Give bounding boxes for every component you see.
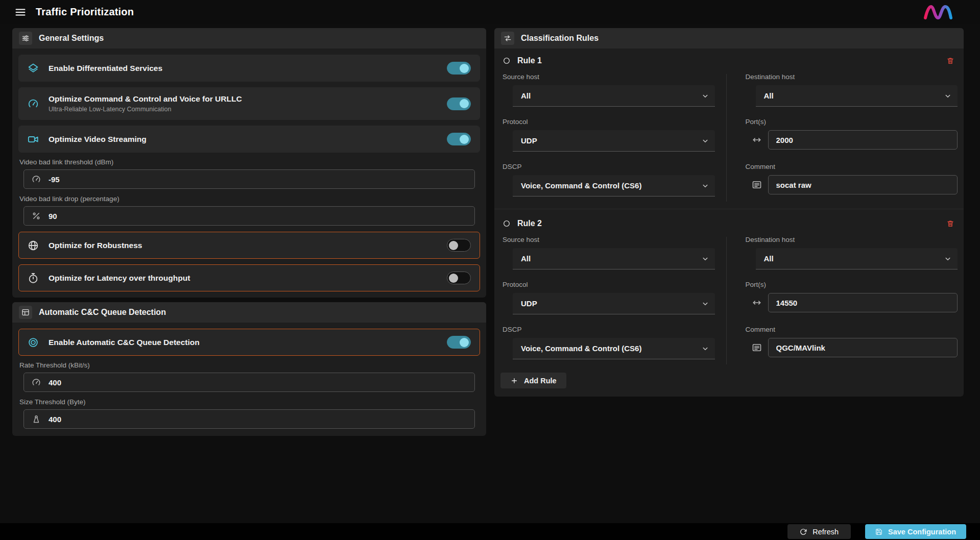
destination-host-select[interactable]: All (756, 248, 958, 269)
setting-text: Enable Automatic C&C Queue Detection (49, 338, 200, 347)
chevron-down-icon (701, 299, 710, 308)
ports-field (768, 130, 958, 150)
right-column: Classification Rules Rule 1 Source host … (494, 28, 964, 397)
source-host-select[interactable]: All (513, 85, 715, 107)
circle-icon (503, 219, 511, 228)
main-content: General Settings Enable Differentiated S… (0, 24, 980, 436)
delete-rule-1-button[interactable] (945, 56, 955, 66)
ports-input[interactable] (776, 299, 950, 307)
toggle-robustness[interactable] (447, 239, 471, 252)
protocol-label: Protocol (503, 118, 715, 126)
video-drop-input[interactable] (49, 212, 467, 220)
tune-icon (19, 32, 32, 45)
ports-control (752, 293, 958, 312)
comment-field (768, 175, 958, 194)
plus-icon (510, 377, 518, 385)
add-rule-button[interactable]: Add Rule (500, 373, 566, 388)
toggle-video-streaming[interactable] (447, 133, 471, 145)
rate-threshold-input[interactable] (49, 378, 467, 387)
rule-1-header: Rule 1 (500, 53, 958, 73)
setting-text: Optimize Command & Control and Voice for… (49, 94, 242, 113)
queue-detection-card: Automatic C&C Queue Detection Enable Aut… (12, 302, 486, 436)
save-label: Save Configuration (888, 528, 956, 536)
rate-threshold-field (23, 373, 475, 392)
source-host-select[interactable]: All (513, 248, 715, 269)
chevron-down-icon (701, 91, 710, 101)
dscp-select[interactable]: Voice, Command & Control (CS6) (513, 175, 715, 197)
toggle-thumb (460, 99, 469, 108)
ports-group: Port(s) (744, 281, 958, 314)
source-host-value: All (521, 91, 531, 100)
protocol-value: UDP (521, 136, 537, 145)
destination-host-group: Destination host All (744, 73, 958, 107)
rule-name: Rule 2 (517, 219, 542, 228)
arrows-horizontal-icon (752, 298, 762, 308)
setting-label: Optimize Command & Control and Voice for… (49, 94, 242, 104)
message-icon (752, 180, 762, 190)
trash-icon (946, 57, 954, 65)
page-title: Traffic Prioritization (36, 6, 134, 18)
setting-text: Enable Differentiated Services (49, 64, 162, 73)
chevron-down-icon (701, 181, 710, 190)
toggle-latency[interactable] (447, 272, 471, 284)
dscp-value: Voice, Command & Control (CS6) (521, 344, 641, 353)
gauge-icon (28, 98, 39, 109)
general-settings-body: Enable Differentiated Services Optimize … (12, 48, 486, 298)
save-icon (875, 528, 882, 535)
rule-1: Rule 1 Source host All Destinatio (494, 48, 964, 208)
size-threshold-field (23, 409, 475, 429)
ports-input[interactable] (776, 136, 950, 144)
layers-icon (28, 63, 39, 74)
rule-1-fields: Source host All Destination host All (500, 73, 958, 208)
top-app-bar: Traffic Prioritization (0, 0, 980, 24)
comment-input[interactable] (776, 181, 950, 189)
setting-text: Optimize for Latency over throughput (49, 274, 190, 283)
size-threshold-input[interactable] (49, 415, 467, 424)
dscp-select[interactable]: Voice, Command & Control (CS6) (513, 338, 715, 359)
comment-label: Comment (746, 326, 958, 333)
menu-button[interactable] (12, 4, 29, 20)
setting-enable-queue-detection: Enable Automatic C&C Queue Detection (18, 329, 480, 356)
weight-icon (32, 414, 41, 424)
dscp-label: DSCP (503, 163, 715, 170)
toggle-queue-detection[interactable] (447, 336, 471, 349)
gauge-icon (32, 175, 41, 184)
queue-detection-header: Automatic C&C Queue Detection (12, 302, 486, 323)
setting-label: Optimize for Latency over throughput (49, 274, 190, 283)
save-configuration-button[interactable]: Save Configuration (865, 524, 966, 539)
destination-host-select[interactable]: All (756, 85, 958, 107)
comment-control (752, 338, 958, 357)
toggle-urllc[interactable] (447, 97, 471, 110)
comment-group: Comment (744, 326, 958, 359)
destination-host-label: Destination host (746, 73, 958, 81)
ports-group: Port(s) (744, 118, 958, 152)
source-host-label: Source host (503, 73, 715, 81)
general-settings-card: General Settings Enable Differentiated S… (12, 28, 486, 298)
protocol-value: UDP (521, 299, 537, 308)
setting-enable-diffserv: Enable Differentiated Services (18, 55, 480, 82)
chevron-down-icon (943, 91, 952, 101)
percent-icon (32, 211, 41, 220)
comment-group: Comment (744, 163, 958, 197)
refresh-icon (800, 528, 807, 535)
setting-video-streaming: Optimize Video Streaming (18, 126, 480, 153)
protocol-group: Protocol UDP (500, 281, 715, 314)
refresh-button[interactable]: Refresh (787, 524, 851, 539)
protocol-select[interactable]: UDP (513, 130, 715, 152)
globe-icon (28, 240, 39, 251)
source-host-group: Source host All (500, 236, 715, 269)
setting-sublabel: Ultra-Reliable Low-Latency Communication (49, 106, 242, 113)
protocol-select[interactable]: UDP (513, 293, 715, 314)
comment-input[interactable] (776, 343, 950, 352)
classification-rules-title: Classification Rules (521, 34, 599, 43)
comment-label: Comment (746, 163, 958, 170)
source-host-label: Source host (503, 236, 715, 243)
target-icon (28, 337, 39, 348)
video-threshold-input[interactable] (49, 175, 467, 184)
destination-host-label: Destination host (746, 236, 958, 243)
delete-rule-2-button[interactable] (945, 218, 955, 229)
toggle-enable-diffserv[interactable] (447, 62, 471, 75)
rule-2: Rule 2 Source host All Destinatio (494, 209, 964, 371)
message-icon (752, 342, 762, 353)
comment-field (768, 338, 958, 357)
